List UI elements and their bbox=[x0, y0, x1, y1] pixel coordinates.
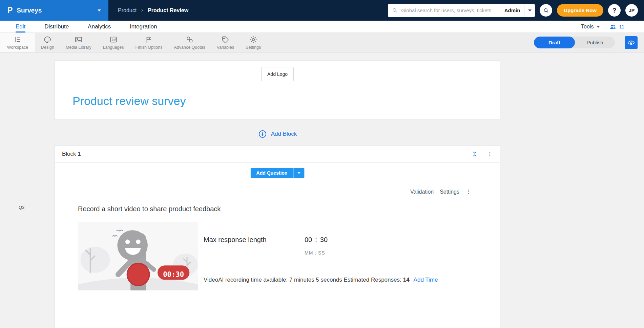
eye-icon bbox=[627, 39, 635, 46]
people-icon bbox=[609, 23, 616, 30]
design-icon bbox=[43, 36, 51, 44]
survey-title[interactable]: Product review survey bbox=[72, 94, 186, 108]
add-question-split-button: Add Question bbox=[251, 168, 305, 178]
tool-workspace[interactable]: Workspace bbox=[0, 33, 35, 52]
tools-label: Tools bbox=[581, 24, 594, 30]
collapse-block-button[interactable] bbox=[471, 151, 478, 157]
kebab-menu-icon bbox=[465, 189, 471, 195]
tool-settings[interactable]: Settings bbox=[240, 33, 267, 52]
seconds-field[interactable]: 30 bbox=[320, 236, 328, 244]
time-format-hint: MM : SS bbox=[305, 250, 325, 256]
collapse-icon bbox=[471, 151, 478, 157]
record-button[interactable] bbox=[127, 263, 149, 285]
tab-analytics[interactable]: Analytics bbox=[88, 21, 111, 32]
draft-publish-toggle: Draft Publish bbox=[534, 37, 615, 48]
tab-edit[interactable]: Edit bbox=[16, 21, 25, 32]
user-avatar[interactable]: JP bbox=[625, 4, 638, 17]
tool-finish-options[interactable]: Finish Options bbox=[130, 33, 168, 52]
tool-label: Design bbox=[41, 45, 54, 50]
tool-label: Settings bbox=[246, 45, 261, 50]
workspace-icon bbox=[14, 36, 22, 44]
estimated-responses: 14 bbox=[403, 277, 410, 283]
tool-design[interactable]: Design bbox=[35, 33, 60, 52]
minutes-field[interactable]: 00 bbox=[305, 236, 312, 244]
tool-languages[interactable]: 文A Languages bbox=[97, 33, 130, 52]
max-response-label: Max response length bbox=[204, 236, 267, 244]
chevron-down-icon bbox=[597, 26, 600, 28]
chevron-down-icon bbox=[528, 9, 532, 12]
search-input[interactable] bbox=[400, 7, 500, 14]
tool-label: Media Library bbox=[66, 45, 91, 50]
search-scope-value[interactable]: Admin bbox=[500, 7, 524, 13]
timer-value: 00:30 bbox=[163, 270, 184, 279]
plus-circle-icon bbox=[258, 130, 267, 138]
block-menu-button[interactable] bbox=[487, 151, 493, 157]
topbar-actions: Admin Upgrade Now ? JP bbox=[388, 4, 644, 17]
tab-integration[interactable]: Integration bbox=[130, 21, 157, 32]
search-scope-dropdown[interactable] bbox=[524, 4, 535, 17]
upgrade-button[interactable]: Upgrade Now bbox=[557, 4, 603, 17]
media-library-icon bbox=[75, 36, 83, 44]
editor-toolbar: Workspace Design Media Library 文A Langua… bbox=[0, 33, 644, 52]
add-question-dropdown[interactable] bbox=[293, 168, 304, 178]
question-text[interactable]: Record a short video to share product fe… bbox=[78, 205, 221, 213]
tool-label: Finish Options bbox=[136, 45, 163, 50]
block-header: Block 1 bbox=[55, 146, 500, 163]
chevron-down-icon bbox=[98, 9, 101, 12]
survey-builder-app: P Surveys Product Product Review Admin U… bbox=[0, 0, 644, 328]
question-menu-button[interactable] bbox=[465, 189, 471, 195]
add-logo-button[interactable]: Add Logo bbox=[261, 67, 294, 81]
global-search: Admin bbox=[388, 4, 535, 17]
validation-link[interactable]: Validation bbox=[410, 189, 434, 195]
block-card: Block 1 Add Question bbox=[55, 145, 500, 328]
finish-options-icon bbox=[145, 36, 153, 44]
tab-distribute[interactable]: Distribute bbox=[44, 21, 69, 32]
breadcrumb-current: Product Review bbox=[148, 7, 188, 14]
variables-icon bbox=[221, 36, 229, 44]
tool-label: Advance Quotas bbox=[174, 45, 205, 50]
help-button[interactable]: ? bbox=[608, 4, 621, 17]
product-name: Surveys bbox=[17, 7, 94, 14]
chevron-down-icon bbox=[297, 172, 300, 174]
svg-text:文A: 文A bbox=[111, 38, 116, 41]
main-tabs: Edit Distribute Analytics Integration To… bbox=[0, 21, 644, 33]
search-icon bbox=[543, 7, 549, 14]
editor-canvas: Q3 Add Logo Product review survey Add Bl… bbox=[0, 52, 644, 328]
video-question-thumbnail[interactable]: 00:30 bbox=[78, 222, 198, 290]
video-illustration: 00:30 bbox=[78, 222, 198, 290]
breadcrumb: Product Product Review bbox=[118, 7, 188, 14]
add-question-button[interactable]: Add Question bbox=[251, 168, 293, 178]
settings-icon bbox=[249, 36, 257, 44]
breadcrumb-parent[interactable]: Product bbox=[118, 7, 137, 14]
add-block-button[interactable]: Add Block bbox=[55, 130, 500, 138]
search-button[interactable] bbox=[540, 4, 552, 17]
toolbar-right-actions: Draft Publish bbox=[534, 33, 638, 52]
survey-header-card: Add Logo Product review survey bbox=[55, 60, 500, 120]
chevron-right-icon bbox=[140, 8, 144, 13]
question-actions: Validation Settings bbox=[410, 189, 471, 195]
preview-button[interactable] bbox=[625, 36, 638, 49]
tabs-right-actions: Tools 11 bbox=[581, 21, 624, 32]
recording-info-text: VideoAI recording time available: 7 minu… bbox=[204, 277, 401, 283]
tools-menu[interactable]: Tools bbox=[581, 24, 600, 30]
collaborators[interactable]: 11 bbox=[609, 23, 624, 30]
add-time-link[interactable]: Add Time bbox=[414, 277, 438, 283]
search-icon bbox=[392, 7, 398, 13]
tool-advance-quotas[interactable]: Advance Quotas bbox=[168, 33, 211, 52]
product-switcher[interactable]: P Surveys bbox=[0, 0, 108, 21]
question-index: Q3 bbox=[19, 205, 24, 210]
languages-icon: 文A bbox=[109, 36, 118, 44]
tool-label: Languages bbox=[103, 45, 124, 50]
collaborators-count: 11 bbox=[619, 24, 624, 29]
question-settings-link[interactable]: Settings bbox=[440, 189, 459, 195]
publish-button[interactable]: Publish bbox=[575, 39, 615, 46]
draft-button[interactable]: Draft bbox=[534, 37, 575, 48]
max-response-value: 00 : 30 bbox=[305, 236, 328, 244]
app-logo: P bbox=[7, 6, 13, 15]
tool-variables[interactable]: Variables bbox=[211, 33, 240, 52]
tool-label: Variables bbox=[217, 45, 234, 50]
block-name[interactable]: Block 1 bbox=[62, 151, 81, 157]
tool-media-library[interactable]: Media Library bbox=[60, 33, 97, 52]
advance-quotas-icon bbox=[186, 36, 194, 44]
kebab-menu-icon bbox=[487, 151, 493, 157]
